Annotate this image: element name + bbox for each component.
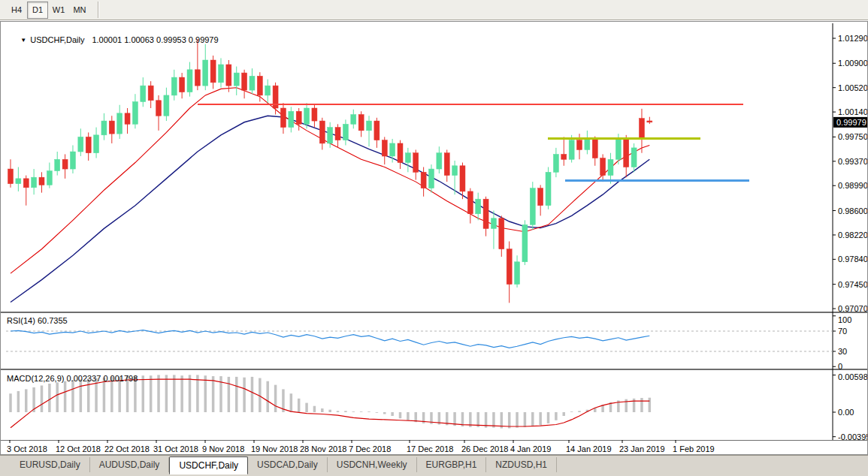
price-axis[interactable]: 1.012901.009001.005201.001400.997500.993… <box>833 34 867 313</box>
main-price-pane[interactable] <box>8 39 750 303</box>
svg-text:0.005985: 0.005985 <box>838 372 867 381</box>
svg-text:22 Oct 2018: 22 Oct 2018 <box>104 444 150 453</box>
svg-text:0.97070: 0.97070 <box>838 304 867 313</box>
svg-text:0.99370: 0.99370 <box>838 157 867 166</box>
current-price-tag: 0.99979 <box>833 117 867 128</box>
timeframe-button-d1[interactable]: D1 <box>27 2 48 19</box>
ma-fast-line <box>11 88 649 273</box>
svg-text:0.98600: 0.98600 <box>838 206 867 215</box>
svg-text:9 Nov 2018: 9 Nov 2018 <box>202 444 244 453</box>
svg-text:30: 30 <box>838 347 847 356</box>
chart-tab-bar: EURUSD,DailyAUDUSD,DailyUSDCHF,DailyUSDC… <box>0 455 868 476</box>
svg-text:1.00900: 1.00900 <box>838 59 867 68</box>
svg-text:12 Oct 2018: 12 Oct 2018 <box>56 444 101 453</box>
svg-text:28 Nov 2018: 28 Nov 2018 <box>300 444 346 453</box>
mt4-app-window: H4D1W1MN 1.012901.009001.005201.001400.9… <box>0 0 868 476</box>
svg-text:0: 0 <box>838 362 842 371</box>
svg-text:14 Jan 2019: 14 Jan 2019 <box>566 444 612 453</box>
svg-text:70: 70 <box>838 327 847 336</box>
svg-text:19 Nov 2018: 19 Nov 2018 <box>251 444 298 453</box>
svg-text:3 Oct 2018: 3 Oct 2018 <box>7 444 47 453</box>
svg-text:0.99750: 0.99750 <box>838 132 867 141</box>
chart-tab-eurusd-daily[interactable]: EURUSD,Daily <box>11 457 90 472</box>
svg-text:0.00: 0.00 <box>838 408 854 417</box>
macd-signal-line <box>11 379 649 427</box>
chart-symbol-label: USDCHF,Daily <box>30 35 84 44</box>
rsi-pane[interactable]: 10070300 <box>6 315 851 371</box>
svg-text:-0.003954: -0.003954 <box>838 432 867 441</box>
timeframe-button-w1[interactable]: W1 <box>48 2 69 19</box>
svg-text:1.00140: 1.00140 <box>838 107 867 116</box>
symbol-dropdown-icon[interactable]: ▼ <box>20 37 26 44</box>
rsi-line <box>11 330 649 348</box>
svg-text:4 Jan 2019: 4 Jan 2019 <box>510 444 551 453</box>
svg-text:7 Dec 2018: 7 Dec 2018 <box>349 444 391 453</box>
chart-tab-usdcnh-weekly[interactable]: USDCNH,Weekly <box>328 457 417 472</box>
svg-text:31 Oct 2018: 31 Oct 2018 <box>153 444 198 453</box>
svg-text:23 Jan 2019: 23 Jan 2019 <box>619 444 665 453</box>
candles-layer <box>8 39 652 303</box>
chart-tab-nzdusd-h1[interactable]: NZDUSD,H1 <box>486 457 557 472</box>
chart-canvas[interactable]: 1.012901.009001.005201.001400.997500.993… <box>1 22 867 454</box>
svg-text:0.98990: 0.98990 <box>838 181 867 190</box>
svg-text:1.00520: 1.00520 <box>838 83 867 92</box>
svg-text:26 Dec 2018: 26 Dec 2018 <box>461 444 508 453</box>
toolbar-separator <box>98 2 99 18</box>
timeframe-button-h4[interactable]: H4 <box>6 2 27 19</box>
timeframe-button-mn[interactable]: MN <box>69 2 90 19</box>
chart-ohlc-values: 1.00001 1.00063 0.99953 0.99979 <box>92 35 218 44</box>
chart-tab-eurgbp-h1[interactable]: EURGBP,H1 <box>417 457 487 472</box>
rsi-indicator-label: RSI(14) 60.7355 <box>7 316 68 325</box>
macd-indicator-label: MACD(12,26,9) 0.002337 0.001798 <box>7 374 138 383</box>
svg-text:0.97450: 0.97450 <box>838 280 867 289</box>
svg-text:0.98220: 0.98220 <box>838 230 867 240</box>
macd-pane[interactable]: 0.0059850.00-0.003954 <box>11 372 867 441</box>
chart-title: ▼USDCHF,Daily1.00001 1.00063 0.99953 0.9… <box>7 26 219 53</box>
macd-histogram <box>11 375 649 428</box>
timeframe-toolbar: H4D1W1MN <box>0 0 868 20</box>
svg-text:100: 100 <box>838 315 851 324</box>
chart-tab-usdchf-daily[interactable]: USDCHF,Daily <box>169 456 248 474</box>
time-axis[interactable]: 3 Oct 201812 Oct 201822 Oct 201831 Oct 2… <box>7 440 715 453</box>
chart-tab-usdcad-daily[interactable]: USDCAD,Daily <box>248 457 328 472</box>
svg-text:1 Feb 2019: 1 Feb 2019 <box>673 444 715 453</box>
chart-tab-audusd-daily[interactable]: AUDUSD,Daily <box>90 457 170 472</box>
svg-text:1.01290: 1.01290 <box>838 34 867 43</box>
svg-text:0.99979: 0.99979 <box>836 118 866 127</box>
svg-text:0.97840: 0.97840 <box>838 255 867 264</box>
svg-text:17 Dec 2018: 17 Dec 2018 <box>407 444 453 453</box>
chart-window: 1.012901.009001.005201.001400.997500.993… <box>0 21 868 455</box>
